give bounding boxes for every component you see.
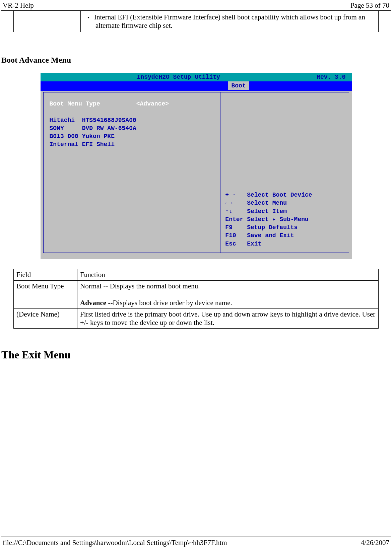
bios-tab-bar: Boot bbox=[41, 81, 352, 91]
prev-row-function-cell: Internal EFI (Extensible Firmware Interf… bbox=[81, 11, 379, 32]
th-field: Field bbox=[14, 269, 77, 281]
exit-menu-heading: The Exit Menu bbox=[1, 349, 392, 361]
boot-menu-type-value: <Advance> bbox=[136, 100, 169, 107]
bios-help-list: + - Select Boot Device ←→ Select Menu ↑↓… bbox=[225, 191, 344, 248]
help-f9: F9 Setup Defaults bbox=[225, 223, 344, 231]
help-plusminus: + - Select Boot Device bbox=[225, 191, 344, 199]
func-normal: Normal -- Displays the normal boot menu. bbox=[80, 282, 200, 290]
boot-menu-type-row[interactable]: Boot Menu Type <Advance> bbox=[50, 100, 216, 108]
bios-help-pane: + - Select Boot Device ←→ Select Menu ↑↓… bbox=[220, 92, 348, 253]
top-table-fragment: Internal EFI (Extensible Firmware Interf… bbox=[13, 11, 379, 32]
efi-bullet: Internal EFI (Extensible Firmware Interf… bbox=[95, 13, 376, 30]
header-left: VR-2 Help bbox=[3, 1, 34, 10]
help-esc: Esc Exit bbox=[225, 240, 344, 248]
th-function: Function bbox=[77, 269, 379, 281]
boot-device-1[interactable]: SONY DVD RW AW-6540A bbox=[50, 124, 216, 132]
help-desc: Save and Exit bbox=[247, 232, 294, 239]
header-right: Page 53 of 70 bbox=[350, 1, 389, 10]
func-advance-rest: --Displays boot drive order by device na… bbox=[108, 299, 232, 307]
help-enter: Enter Select ▸ Sub-Menu bbox=[225, 215, 344, 223]
boot-device-2[interactable]: B013 D00 Yukon PKE bbox=[50, 132, 216, 140]
help-desc: Select Menu bbox=[247, 200, 287, 206]
help-desc: Select Boot Device bbox=[247, 192, 312, 198]
bios-revision: Rev. 3.0 bbox=[317, 74, 345, 80]
bios-left-pane: Boot Menu Type <Advance> Hitachi HTS5416… bbox=[44, 92, 220, 253]
bios-setup-utility: InsydeH2O Setup Utility Rev. 3.0 Boot Bo… bbox=[41, 73, 352, 259]
boot-device-0[interactable]: Hitachi HTS541688J9SA00 bbox=[50, 116, 216, 124]
blank-row bbox=[50, 108, 216, 116]
help-key: Enter bbox=[225, 216, 243, 223]
cell-function: First listed drive is the primary boot d… bbox=[77, 309, 379, 329]
cell-function: Normal -- Displays the normal boot menu.… bbox=[77, 281, 379, 309]
definition-table-wrap: Field Function Boot Menu Type Normal -- … bbox=[13, 269, 379, 329]
func-advance-bold: Advance bbox=[80, 299, 108, 307]
help-key: F9 bbox=[225, 224, 233, 231]
previous-table-last-row: Internal EFI (Extensible Firmware Interf… bbox=[13, 11, 379, 32]
help-key: F10 bbox=[225, 232, 236, 239]
help-key: ↑↓ bbox=[225, 208, 233, 215]
field-function-table: Field Function Boot Menu Type Normal -- … bbox=[13, 269, 379, 329]
boot-advance-heading: Boot Advance Menu bbox=[0, 56, 392, 65]
help-key: Esc bbox=[225, 240, 236, 247]
cell-field: Boot Menu Type bbox=[14, 281, 77, 309]
page-header: VR-2 Help Page 53 of 70 bbox=[1, 0, 391, 11]
bios-screenshot: InsydeH2O Setup Utility Rev. 3.0 Boot Bo… bbox=[0, 73, 392, 259]
help-desc: Exit bbox=[247, 240, 261, 247]
bios-body: Boot Menu Type <Advance> Hitachi HTS5416… bbox=[43, 92, 349, 253]
help-leftright: ←→ Select Menu bbox=[225, 199, 344, 207]
prev-row-field-cell bbox=[14, 11, 81, 32]
table-row: Boot Menu Type Normal -- Displays the no… bbox=[14, 281, 379, 309]
table-header-row: Field Function bbox=[14, 269, 379, 281]
help-desc: Select ▸ Sub-Menu bbox=[247, 216, 309, 223]
boot-device-3[interactable]: Internal EFI Shell bbox=[50, 140, 216, 148]
help-key: ←→ bbox=[225, 200, 233, 206]
help-key: + - bbox=[225, 192, 236, 198]
help-updown: ↑↓ Select Item bbox=[225, 207, 344, 215]
bios-title-text: InsydeH2O Setup Utility bbox=[41, 74, 317, 80]
boot-menu-type-label: Boot Menu Type bbox=[50, 100, 100, 107]
help-desc: Setup Defaults bbox=[247, 224, 298, 231]
bios-tab-boot[interactable]: Boot bbox=[228, 81, 249, 90]
table-row: (Device Name) First listed drive is the … bbox=[14, 309, 379, 329]
help-desc: Select Item bbox=[247, 208, 287, 215]
bios-titlebar: InsydeH2O Setup Utility Rev. 3.0 bbox=[41, 73, 352, 81]
help-f10: F10 Save and Exit bbox=[225, 231, 344, 239]
cell-field: (Device Name) bbox=[14, 309, 77, 329]
